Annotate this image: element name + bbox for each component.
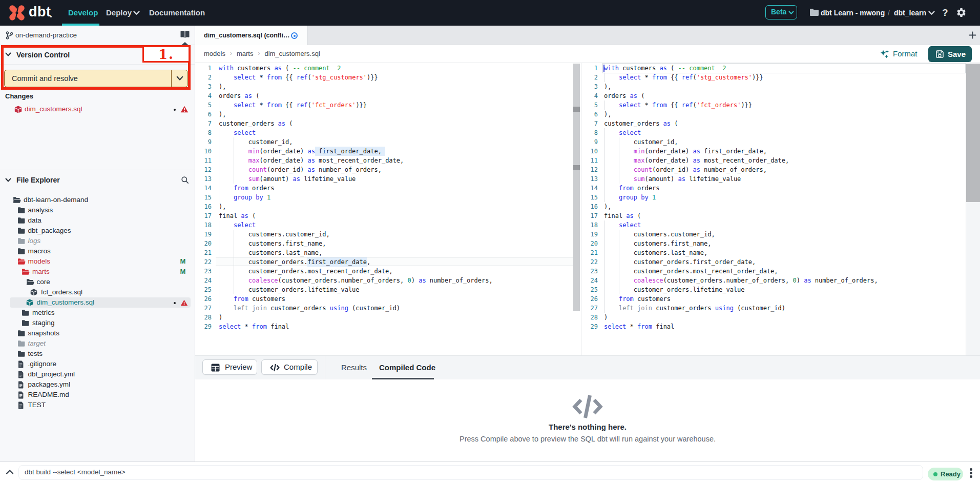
code-line-27[interactable]: left join customer_orders using (custome… [604,304,785,313]
code-line-25[interactable]: customer_orders.lifetime_value [604,285,745,294]
code-line-3[interactable]: ), [219,82,226,91]
tree-item-test[interactable]: TEST [0,400,195,410]
tab-dim-customers[interactable]: dim_customers.sql (confli… [195,26,308,45]
tree-item-dbt-learn-on-demand[interactable]: dbt-learn-on-demand [0,195,195,205]
code-line-16[interactable]: ), [604,202,611,211]
tree-item-data[interactable]: data [0,215,195,226]
kebab-menu-icon[interactable] [970,468,972,479]
tree-item-tests[interactable]: tests [0,349,195,359]
code-line-10[interactable]: min(order_date) as first_order_date, [219,147,382,156]
compile-button[interactable]: Compile [261,359,318,375]
code-line-23[interactable]: customer_orders.most_recent_order_date, [604,267,778,276]
breadcrumb-marts[interactable]: marts [237,50,254,57]
tab-modified-icon[interactable] [291,32,298,39]
tree-item-macros[interactable]: macros [0,246,195,256]
tree-item-staging[interactable]: staging [0,318,195,328]
code-line-24[interactable]: coalesce(customer_orders.number_of_order… [604,276,878,285]
code-line-18[interactable]: select [604,220,641,230]
code-line-24[interactable]: coalesce(customer_orders.number_of_order… [219,276,493,285]
beta-dropdown-button[interactable]: Beta [765,5,797,19]
code-line-7[interactable]: customer_orders as ( [604,119,678,128]
chevron-down-icon[interactable] [928,11,935,15]
branch-name[interactable]: on-demand-practice [15,26,77,45]
tree-item-logs[interactable]: logs [0,236,195,246]
chevron-down-icon[interactable] [176,76,183,81]
tab-results[interactable]: Results [341,356,367,379]
code-line-12[interactable]: count(order_id) as number_of_orders, [219,165,382,174]
account-project-name[interactable]: dbt Learn - mwong [821,0,885,26]
code-line-29[interactable]: select * from final [219,322,289,331]
editor-pane-left[interactable]: 1with customers as ( -- comment 22 selec… [195,63,573,355]
code-line-14[interactable]: from orders [604,184,659,193]
dbt-logo-icon[interactable] [9,5,25,21]
code-line-23[interactable]: customer_orders.most_recent_order_date, [219,267,393,276]
code-line-1[interactable]: with customers as ( -- comment 2 [219,64,341,73]
code-line-7[interactable]: customer_orders as ( [219,119,293,128]
environment-dropdown[interactable]: dbt_learn [894,0,926,26]
tree-item-snapshots[interactable]: snapshots [0,328,195,338]
code-line-15[interactable]: group by 1 [219,193,270,202]
tree-item-packages-yml[interactable]: packages.yml [0,379,195,390]
code-line-19[interactable]: customers.customer_id, [604,230,715,239]
code-line-21[interactable]: customers.last_name, [219,248,322,257]
file-explorer-header[interactable]: File Explorer [0,170,195,189]
code-line-20[interactable]: customers.first_name, [604,239,712,248]
search-icon[interactable] [181,176,189,184]
tree-item-target[interactable]: target [0,338,195,349]
nav-item-deploy[interactable]: Deploy [106,0,132,26]
code-line-12[interactable]: count(order_id) as number_of_orders, [604,165,767,174]
tree-item-dim-customers-sql[interactable]: dim_customers.sql [0,297,195,308]
tree-item-metrics[interactable]: metrics [0,308,195,318]
tree-item-core[interactable]: core [0,277,195,287]
tree-item-dbt-project-yml[interactable]: dbt_project.yml [0,369,195,379]
left-pane-scrollbar[interactable] [573,64,580,311]
code-line-19[interactable]: customers.customer_id, [219,230,330,239]
code-line-17[interactable]: final as ( [604,211,641,220]
code-line-29[interactable]: select * from final [604,322,674,331]
code-line-26[interactable]: from customers [219,294,285,304]
right-pane-scrollbar[interactable] [966,64,980,355]
code-line-6[interactable]: ), [219,110,226,119]
code-line-18[interactable]: select [219,220,256,230]
code-line-9[interactable]: customer_id, [604,137,678,147]
code-line-25[interactable]: customer_orders.lifetime_value [219,285,360,294]
code-line-13[interactable]: sum(amount) as lifetime_value [219,174,356,184]
breadcrumb-models[interactable]: models [204,50,225,57]
code-line-11[interactable]: max(order_date) as most_recent_order_dat… [219,156,404,165]
code-line-10[interactable]: min(order_date) as first_order_date, [604,147,767,156]
code-line-20[interactable]: customers.first_name, [219,239,326,248]
code-line-13[interactable]: sum(amount) as lifetime_value [604,174,741,184]
changed-file-row[interactable]: dim_customers.sql [0,104,195,115]
command-input[interactable] [18,465,923,480]
new-tab-plus-icon[interactable] [969,31,976,39]
code-line-5[interactable]: select * from {{ ref('fct_orders')}} [219,101,367,110]
tree-item-marts[interactable]: martsM [0,267,195,277]
code-line-3[interactable]: ), [604,82,611,91]
code-line-28[interactable]: ) [219,313,222,322]
editor-pane-right[interactable]: 1with customers as ( -- comment 22 selec… [581,63,966,355]
save-button[interactable]: Save [928,46,972,62]
code-line-5[interactable]: select * from {{ ref('fct_orders')}} [604,101,752,110]
code-line-4[interactable]: orders as ( [604,91,644,101]
code-line-22[interactable]: customer_orders.first_order_date, [604,257,756,267]
code-line-2[interactable]: select * from {{ ref('stg_customers')}} [219,73,378,82]
right-scrollbar-thumb[interactable] [966,64,980,202]
code-line-6[interactable]: ), [604,110,611,119]
code-line-4[interactable]: orders as ( [219,91,259,101]
code-line-27[interactable]: left join customer_orders using (custome… [219,304,400,313]
commit-and-resolve-button[interactable]: Commit and resolve [4,70,188,87]
tree-item--gitignore[interactable]: .gitignore [0,359,195,369]
tree-item-models[interactable]: modelsM [0,256,195,267]
code-line-16[interactable]: ), [219,202,226,211]
code-line-8[interactable]: select [604,128,641,137]
code-line-17[interactable]: final as ( [219,211,256,220]
code-line-14[interactable]: from orders [219,184,274,193]
tree-item-analysis[interactable]: analysis [0,205,195,215]
code-line-9[interactable]: customer_id, [219,137,293,147]
code-line-28[interactable]: ) [604,313,608,322]
breadcrumb-file[interactable]: dim_customers.sql [264,50,320,57]
format-button[interactable]: Format [893,45,918,63]
help-button[interactable]: ? [942,0,948,26]
tree-item-fct-orders-sql[interactable]: fct_orders.sql [0,287,195,297]
code-line-11[interactable]: max(order_date) as most_recent_order_dat… [604,156,789,165]
